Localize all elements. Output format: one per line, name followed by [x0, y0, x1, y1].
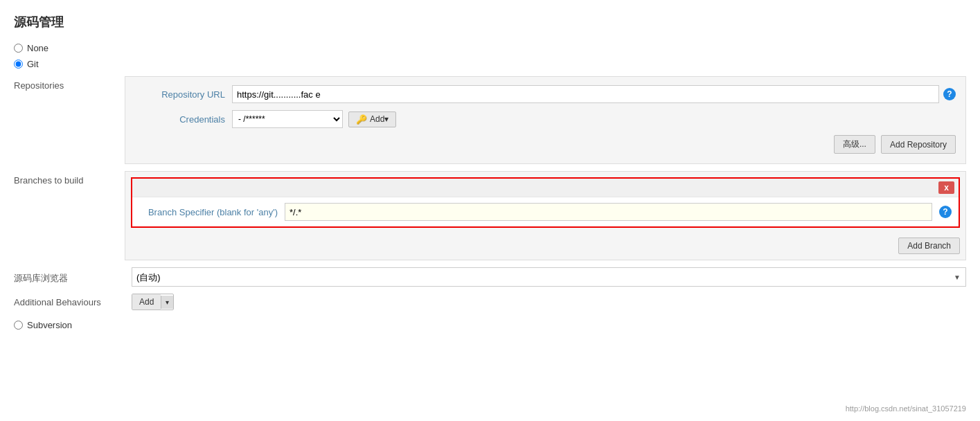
repo-url-field-wrap: ? — [232, 85, 956, 103]
repositories-content: Repository URL ? Credentials - /****** — [125, 76, 966, 164]
repo-url-row: Repository URL ? — [135, 85, 956, 103]
source-browser-label: 源码库浏览器 — [14, 269, 125, 285]
none-radio-group: None — [14, 43, 966, 53]
add-repository-button[interactable]: Add Repository — [881, 135, 956, 154]
none-label[interactable]: None — [27, 43, 48, 53]
credentials-label: Credentials — [135, 114, 225, 125]
subversion-label[interactable]: Subversion — [27, 320, 72, 330]
page-title: 源码管理 — [14, 14, 966, 30]
source-browser-select-wrapper: (自动) — [132, 267, 966, 287]
branch-specifier-input[interactable] — [285, 203, 932, 221]
none-radio[interactable] — [14, 44, 23, 53]
credentials-controls: - /****** 🔑 Add▾ — [232, 110, 396, 128]
git-label[interactable]: Git — [27, 59, 39, 69]
repo-url-input[interactable] — [232, 85, 939, 103]
repo-actions: 高级... Add Repository — [135, 135, 956, 154]
credentials-row: Credentials - /****** 🔑 Add▾ — [135, 110, 956, 128]
delete-branch-button[interactable]: x — [938, 181, 954, 194]
branches-label: Branches to build — [14, 171, 125, 186]
source-browser-row: 源码库浏览器 (自动) — [14, 267, 966, 287]
repositories-label: Repositories — [14, 76, 125, 91]
repo-url-label: Repository URL — [135, 89, 225, 100]
repositories-row: Repositories Repository URL ? Credential… — [14, 76, 966, 164]
credentials-add-label: Add▾ — [370, 114, 389, 124]
branch-specifier-label: Branch Specifier (blank for 'any') — [139, 207, 278, 217]
subversion-row: Subversion — [14, 320, 966, 330]
additional-behaviours-row: Additional Behaviours Add ▾ — [14, 294, 966, 310]
advanced-button[interactable]: 高级... — [834, 135, 875, 154]
git-radio[interactable] — [14, 60, 23, 69]
branch-item: x Branch Specifier (blank for 'any') ? — [131, 177, 960, 228]
branch-item-top: x — [132, 179, 959, 197]
add-branch-button[interactable]: Add Branch — [898, 238, 960, 254]
watermark: http://blog.csdn.net/sinat_31057219 — [846, 404, 966, 413]
branches-row: Branches to build x Branch Specifier (bl… — [14, 171, 966, 260]
source-browser-select[interactable]: (自动) — [132, 267, 966, 287]
credentials-add-button[interactable]: 🔑 Add▾ — [348, 111, 396, 127]
credentials-select[interactable]: - /****** — [232, 110, 343, 128]
subversion-radio[interactable] — [14, 321, 23, 330]
add-behaviour-button-group: Add ▾ — [132, 294, 174, 310]
key-icon: 🔑 — [356, 114, 367, 125]
add-behaviour-button[interactable]: Add — [132, 294, 161, 310]
git-radio-group: Git — [14, 59, 966, 69]
branch-specifier-row: Branch Specifier (blank for 'any') ? — [132, 197, 959, 226]
repo-url-help-icon[interactable]: ? — [943, 88, 956, 100]
branch-specifier-help-icon[interactable]: ? — [939, 206, 952, 218]
branches-content: x Branch Specifier (blank for 'any') ? A… — [125, 171, 966, 260]
branch-actions: Add Branch — [125, 233, 965, 260]
add-behaviour-arrow-button[interactable]: ▾ — [161, 296, 173, 309]
additional-behaviours-label: Additional Behaviours — [14, 297, 125, 307]
git-section: Repositories Repository URL ? Credential… — [14, 76, 966, 310]
